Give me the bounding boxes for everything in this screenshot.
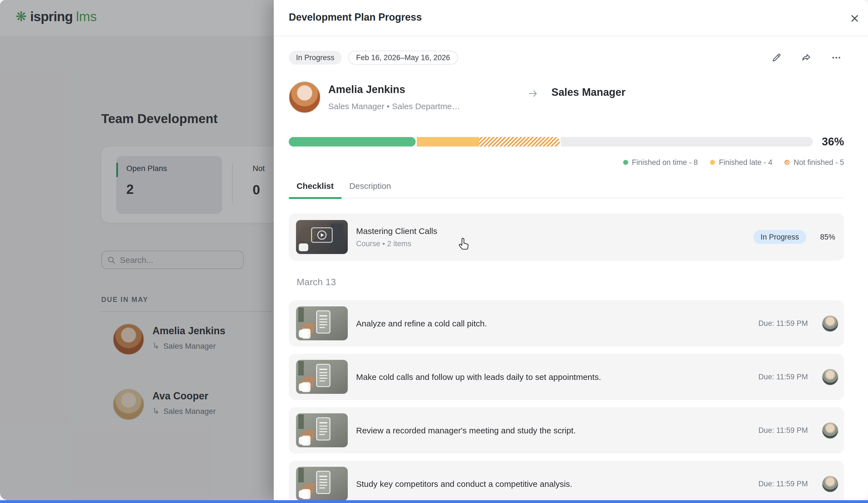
legend-label: Finished late - 4 xyxy=(719,158,772,167)
course-card[interactable]: Mastering Client Calls Course • 2 items … xyxy=(289,213,844,261)
tab-checklist[interactable]: Checklist xyxy=(289,181,341,198)
drawer-body: In Progress Feb 16, 2026–May 16, 2026 xyxy=(274,51,868,500)
date-group-heading: March 13 xyxy=(297,277,844,288)
legend-dot-yellow xyxy=(710,160,715,165)
progress-segment-remaining xyxy=(561,137,813,147)
task-assignee-avatar xyxy=(822,475,838,492)
legend-label: Finished on time - 8 xyxy=(632,158,698,167)
drawer-title: Development Plan Progress xyxy=(289,12,422,23)
task-title: Study key competitors and conduct a comp… xyxy=(356,479,572,489)
progress-segment-finished-late xyxy=(417,137,479,147)
target-role: Sales Manager xyxy=(551,86,626,99)
task-assignee-avatar xyxy=(822,369,838,385)
progress-segment-not-finished xyxy=(479,137,560,147)
legend-label: Not finished - 5 xyxy=(794,158,844,167)
progress-segment-finished-on-time xyxy=(289,137,416,147)
task-thumbnail xyxy=(296,413,348,447)
progress-row: 36% xyxy=(289,135,844,148)
assignee-avatar xyxy=(289,81,320,113)
task-due: Due: 11:59 PM xyxy=(758,426,808,434)
course-title: Mastering Client Calls xyxy=(356,226,437,235)
task-title: Review a recorded manager's meeting and … xyxy=(356,425,576,435)
course-thumbnail xyxy=(296,220,348,254)
thumbnail-check-badge xyxy=(299,330,308,338)
task-due: Due: 11:59 PM xyxy=(758,373,808,381)
legend-dot-striped xyxy=(785,160,789,165)
course-percent: 85% xyxy=(820,233,835,241)
edit-pencil-icon[interactable] xyxy=(771,52,782,63)
task-due: Due: 11:59 PM xyxy=(758,480,808,488)
thumbnail-check-badge xyxy=(299,383,308,391)
browser-window: ❋ ispring lms Team Development Open Plan… xyxy=(0,0,868,500)
share-forward-icon[interactable] xyxy=(801,52,812,63)
assignee-row: Amelia Jenkins Sales Manager • Sales Dep… xyxy=(289,81,844,113)
close-icon[interactable] xyxy=(849,13,860,24)
task-card[interactable]: Study key competitors and conduct a comp… xyxy=(289,461,844,500)
progress-percent: 36% xyxy=(819,135,844,148)
thumbnail-check-badge xyxy=(299,437,308,444)
task-thumbnail xyxy=(296,306,348,340)
task-card[interactable]: Analyze and refine a cold call pitch. Du… xyxy=(289,300,844,346)
drawer-header: Development Plan Progress xyxy=(274,0,868,36)
thumbnail-check-badge xyxy=(299,490,308,498)
task-due: Due: 11:59 PM xyxy=(758,319,808,328)
progress-bar xyxy=(289,137,813,147)
assignee-name: Amelia Jenkins xyxy=(328,83,460,96)
thumbnail-check-badge xyxy=(299,243,308,251)
legend-dot-green xyxy=(623,160,628,165)
status-badge: In Progress xyxy=(289,51,342,64)
course-meta: Course • 2 items xyxy=(356,240,437,248)
course-status-badge: In Progress xyxy=(753,230,806,244)
assignee-meta: Sales Manager • Sales Departme… xyxy=(328,101,460,111)
window-accent-bar xyxy=(0,500,868,503)
screen: ❋ ispring lms Team Development Open Plan… xyxy=(0,0,868,503)
modal-dim-overlay[interactable] xyxy=(0,0,274,500)
legend-finished-on-time: Finished on time - 8 xyxy=(623,158,698,167)
task-thumbnail xyxy=(296,360,348,394)
task-card[interactable]: Make cold calls and follow up with leads… xyxy=(289,354,844,400)
task-title: Make cold calls and follow up with leads… xyxy=(356,372,601,382)
task-title: Analyze and refine a cold call pitch. xyxy=(356,319,487,328)
legend-finished-late: Finished late - 4 xyxy=(710,158,772,167)
development-plan-drawer: Development Plan Progress In Progress Fe… xyxy=(274,0,868,500)
task-thumbnail xyxy=(296,467,348,500)
more-ellipsis-icon[interactable] xyxy=(831,52,842,63)
tab-description[interactable]: Description xyxy=(341,181,399,198)
right-arrow-icon xyxy=(527,88,539,101)
action-icons xyxy=(771,52,844,63)
status-row: In Progress Feb 16, 2026–May 16, 2026 xyxy=(289,51,844,64)
date-range-pill[interactable]: Feb 16, 2026–May 16, 2026 xyxy=(348,51,458,64)
legend-not-finished: Not finished - 5 xyxy=(785,158,844,167)
task-card[interactable]: Review a recorded manager's meeting and … xyxy=(289,407,844,453)
progress-legend: Finished on time - 8 Finished late - 4 N… xyxy=(289,158,844,167)
task-assignee-avatar xyxy=(822,422,838,439)
tab-bar: Checklist Description xyxy=(289,181,844,198)
task-assignee-avatar xyxy=(822,315,838,332)
